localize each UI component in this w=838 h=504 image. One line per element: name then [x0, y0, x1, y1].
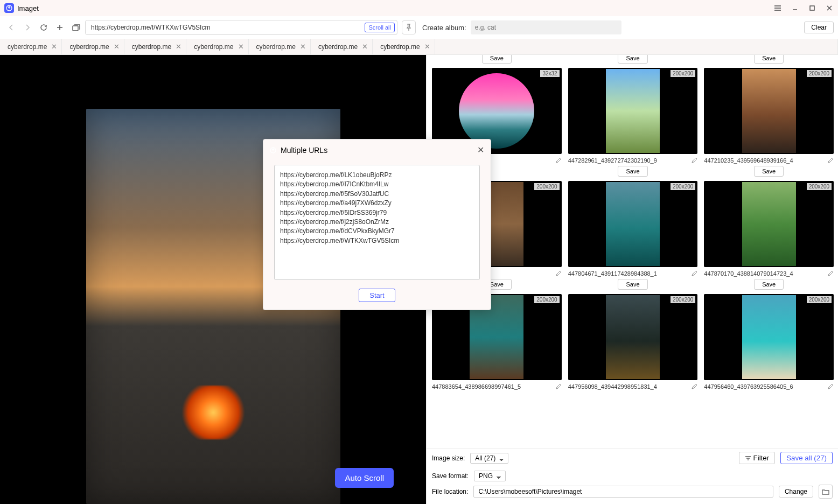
edit-icon[interactable]	[691, 270, 697, 277]
browser-tab[interactable]: cyberdrop.me✕	[311, 39, 373, 54]
refresh-icon[interactable]	[37, 20, 51, 34]
nav-forward-icon[interactable]	[20, 20, 34, 34]
dialog-logo-icon	[270, 147, 276, 153]
edit-icon[interactable]	[555, 270, 562, 277]
thumb-filename: 447282961_439272742302190_9	[568, 157, 692, 164]
tab-label: cyberdrop.me	[380, 43, 420, 51]
pin-icon[interactable]	[402, 20, 416, 34]
thumbnail[interactable]: 200x200	[568, 294, 698, 380]
thumbnail[interactable]: 200x200	[704, 181, 834, 267]
dimension-badge: 32x32	[540, 70, 559, 77]
edit-icon[interactable]	[555, 383, 562, 390]
browser-tab[interactable]: cyberdrop.me✕	[0, 39, 62, 54]
thumb-save-button[interactable]: Save	[754, 55, 784, 64]
minimize-icon[interactable]	[786, 0, 804, 16]
filter-button[interactable]: Filter	[739, 452, 776, 464]
tab-overflow	[435, 39, 838, 54]
thumb-save-button[interactable]: Save	[618, 166, 647, 177]
thumb-filename: 447956098_439442998951831_4	[568, 383, 692, 390]
thumb-filename: 447883654_438986698997461_5	[432, 383, 555, 390]
nav-back-icon[interactable]	[4, 20, 18, 34]
thumb-save-button[interactable]: Save	[754, 166, 784, 177]
file-location-label: File location:	[432, 488, 468, 495]
tab-label: cyberdrop.me	[132, 43, 171, 51]
thumb-save-button[interactable]: Save	[482, 55, 512, 64]
dimension-badge: 200x200	[534, 183, 559, 190]
thumbnail[interactable]: 200x200	[704, 68, 834, 154]
save-all-button[interactable]: Save all (27)	[780, 452, 833, 464]
tab-close-icon[interactable]: ✕	[424, 43, 430, 51]
dimension-badge: 200x200	[534, 296, 559, 303]
dimension-badge: 200x200	[807, 70, 832, 77]
tab-strip: cyberdrop.me✕ cyberdrop.me✕ cyberdrop.me…	[0, 39, 838, 55]
filter-icon	[745, 456, 751, 461]
auto-scroll-button[interactable]: Auto Scroll	[335, 468, 394, 488]
tab-label: cyberdrop.me	[8, 43, 47, 51]
thumb-filename: 447804671_439117428984388_1	[568, 270, 692, 277]
tab-close-icon[interactable]: ✕	[362, 43, 368, 51]
dialog-close-icon[interactable]: ✕	[477, 145, 484, 155]
toolbar: Scroll all Create album: Clear	[0, 16, 838, 39]
album-name-input[interactable]	[471, 20, 621, 34]
browser-tab[interactable]: cyberdrop.me✕	[186, 39, 248, 54]
edit-icon[interactable]	[827, 270, 834, 277]
dimension-badge: 200x200	[807, 183, 832, 190]
svg-rect-2	[73, 26, 78, 31]
tabs-icon[interactable]	[69, 20, 83, 34]
url-bar[interactable]: Scroll all	[85, 20, 397, 35]
app-title: Imaget	[17, 4, 39, 12]
tab-label: cyberdrop.me	[194, 43, 233, 51]
thumb-save-button[interactable]: Save	[754, 279, 784, 290]
tab-label: cyberdrop.me	[69, 43, 109, 51]
save-format-select[interactable]: PNG	[474, 471, 506, 481]
dimension-badge: 200x200	[671, 183, 695, 190]
thumb-filename: 447956460_439763925586405_6	[704, 383, 827, 390]
edit-icon[interactable]	[691, 157, 697, 164]
thumb-filename: 447210235_439569648939166_4	[704, 157, 827, 164]
thumbnail[interactable]: 200x200	[568, 68, 698, 154]
dimension-badge: 200x200	[807, 296, 832, 303]
browser-tab[interactable]: cyberdrop.me✕	[62, 39, 124, 54]
thumbnail[interactable]: 200x200	[568, 181, 698, 267]
tab-label: cyberdrop.me	[318, 43, 358, 51]
url-input[interactable]	[91, 24, 361, 31]
app-logo	[4, 3, 14, 13]
hamburger-icon[interactable]	[769, 0, 786, 16]
edit-icon[interactable]	[827, 383, 834, 390]
multiple-urls-dialog: Multiple URLs ✕ https://cyberdrop.me/f/L…	[263, 139, 491, 310]
thumb-filename: 447870170_438814079014723_4	[704, 270, 827, 277]
save-format-label: Save format:	[432, 472, 469, 480]
tab-close-icon[interactable]: ✕	[300, 43, 306, 51]
tab-close-icon[interactable]: ✕	[176, 43, 181, 51]
dialog-title: Multiple URLs	[281, 146, 473, 155]
edit-icon[interactable]	[691, 383, 697, 390]
browser-tab[interactable]: cyberdrop.me✕	[124, 39, 186, 54]
dimension-badge: 200x200	[671, 70, 695, 77]
tab-label: cyberdrop.me	[256, 43, 296, 51]
start-button[interactable]: Start	[359, 289, 395, 302]
close-icon[interactable]	[821, 0, 838, 16]
thumb-save-button[interactable]: Save	[618, 279, 647, 290]
open-folder-icon[interactable]	[819, 485, 833, 499]
thumbnail[interactable]: 200x200	[704, 294, 834, 380]
thumb-save-button[interactable]: Save	[618, 55, 647, 64]
image-size-label: Image size:	[432, 454, 465, 462]
tab-close-icon[interactable]: ✕	[238, 43, 244, 51]
edit-icon[interactable]	[827, 157, 834, 164]
change-location-button[interactable]: Change	[779, 486, 813, 498]
add-tab-icon[interactable]	[53, 20, 67, 34]
footer-bar-3: File location: Change	[427, 485, 838, 504]
browser-tab[interactable]: cyberdrop.me✕	[249, 39, 311, 54]
edit-icon[interactable]	[555, 157, 562, 164]
footer-bar-2: Save format: PNG	[427, 467, 838, 485]
image-size-select[interactable]: All (27)	[470, 453, 508, 464]
tab-close-icon[interactable]: ✕	[51, 43, 57, 51]
browser-tab[interactable]: cyberdrop.me✕	[373, 39, 435, 54]
scroll-all-button[interactable]: Scroll all	[365, 23, 395, 32]
tab-close-icon[interactable]: ✕	[114, 43, 120, 51]
maximize-icon[interactable]	[804, 0, 821, 16]
urls-textarea[interactable]: https://cyberdrop.me/f/LK1obeuBjoRPz htt…	[274, 165, 480, 280]
clear-button[interactable]: Clear	[804, 22, 834, 33]
file-location-input[interactable]	[473, 486, 773, 498]
titlebar: Imaget	[0, 0, 838, 16]
